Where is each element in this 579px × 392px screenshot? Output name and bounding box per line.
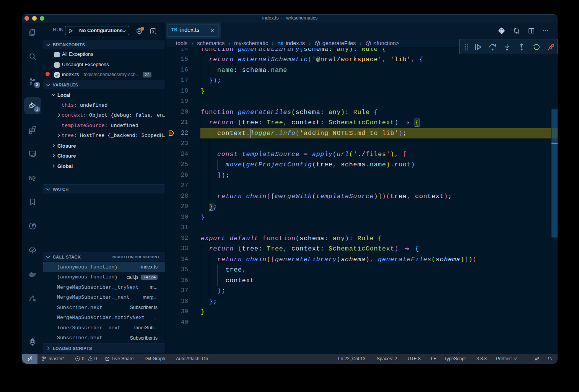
svg-text:N: N (29, 175, 33, 181)
